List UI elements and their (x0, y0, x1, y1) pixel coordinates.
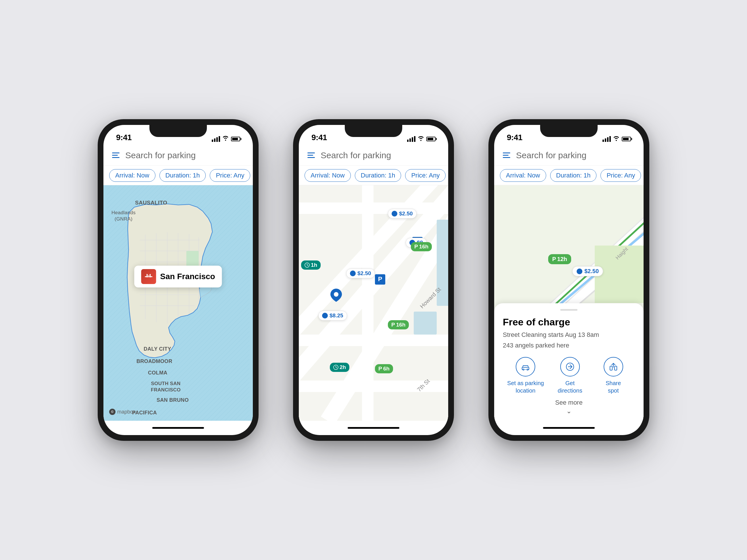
city-sanbruno: SAN BRUNO (157, 397, 189, 403)
menu-icon-1[interactable] (112, 153, 120, 158)
sheet-title: Free of charge (503, 317, 635, 328)
search-input-1[interactable]: Search for parking (125, 151, 196, 160)
page-container: 9:41 (0, 0, 747, 560)
phone-2: 9:41 (293, 119, 454, 441)
home-bar-3 (494, 421, 644, 435)
price-badge-4[interactable]: $8.25 (318, 311, 347, 320)
get-directions-action[interactable]: Getdirections (553, 357, 587, 394)
home-bar-2 (299, 421, 448, 435)
battery-icon-3 (622, 137, 631, 141)
map-2[interactable]: Howard St 7th St P P $2.50 (299, 185, 448, 421)
get-directions-label: Getdirections (558, 379, 583, 394)
svg-text:P: P (378, 275, 382, 283)
notch-1 (149, 125, 207, 137)
phone-1: 9:41 (98, 119, 259, 441)
price-badge-close[interactable]: $2.50 (572, 266, 603, 276)
signal-icon-3 (602, 136, 611, 142)
svg-rect-62 (610, 366, 612, 370)
notch-3 (540, 125, 598, 137)
filter-price-2[interactable]: Price: Any (405, 169, 446, 182)
status-time-2: 9:41 (311, 133, 327, 142)
sheet-subtitle-1: Street Cleaning starts Aug 13 8am (503, 330, 635, 340)
parking-badge-16h-1[interactable]: P16h (411, 242, 432, 251)
svg-rect-63 (615, 366, 617, 370)
filter-arrival-2[interactable]: Arrival: Now (305, 169, 351, 182)
home-bar-line-1 (152, 427, 204, 429)
bridge-icon (141, 269, 156, 284)
signal-icon-1 (212, 136, 220, 142)
map-3[interactable]: Haight P12h $2.50 Free of charge Street … (494, 185, 644, 421)
parking-badge-16h-2[interactable]: P16h (388, 320, 409, 329)
filter-arrival-1[interactable]: Arrival: Now (109, 169, 155, 182)
sf-callout: San Francisco (134, 266, 222, 288)
set-parking-action[interactable]: Set as parkinglocation (507, 357, 544, 394)
wifi-icon-2 (418, 136, 424, 142)
directions-icon (560, 357, 580, 376)
parking-badge-6h[interactable]: P6h (375, 364, 393, 373)
see-more-label: See more (555, 399, 583, 406)
city-southsf: SOUTH SANFRANCISCO (151, 380, 181, 393)
home-bar-line-3 (543, 427, 595, 429)
search-bar-1[interactable]: Search for parking (103, 145, 253, 166)
mapbox-text: mapbox (117, 409, 136, 415)
status-icons-2 (407, 136, 436, 142)
search-bar-2[interactable]: Search for parking (299, 145, 448, 166)
price-badge-3[interactable]: $2.50 (346, 268, 375, 278)
svg-rect-33 (414, 312, 437, 335)
sheet-subtitle-2: 243 angels parked here (503, 341, 635, 350)
signal-icon-2 (407, 136, 415, 142)
chevron-down-icon: ⌄ (566, 407, 571, 415)
price-badge-1[interactable]: $2.50 (388, 209, 417, 218)
city-pacifica: PACIFICA (132, 410, 157, 416)
status-time-3: 9:41 (507, 133, 522, 142)
parking-badge-2h[interactable]: 2h (330, 363, 350, 372)
menu-icon-3[interactable] (503, 153, 510, 158)
city-broadmoor: BROADMOOR (136, 358, 172, 365)
sheet-actions: Set as parkinglocation Get (503, 357, 635, 394)
map-1[interactable]: SAUSALITO Headlands(GNRA) San Francisco … (103, 185, 253, 421)
share-spot-label: Sharespot (606, 379, 621, 394)
sheet-handle (560, 309, 577, 311)
battery-icon-1 (231, 137, 240, 141)
car-icon (516, 357, 535, 376)
filter-bar-3: Arrival: Now Duration: 1h Price: Any Typ (494, 166, 644, 185)
city-colma: COLMA (148, 370, 168, 376)
location-pin[interactable] (330, 289, 342, 303)
menu-icon-2[interactable] (307, 153, 315, 158)
share-spot-action[interactable]: Sharespot (596, 357, 630, 394)
filter-arrival-3[interactable]: Arrival: Now (500, 169, 546, 182)
filter-duration-3[interactable]: Duration: 1h (550, 169, 597, 182)
battery-icon-2 (427, 137, 436, 141)
svg-line-45 (307, 265, 308, 266)
parking-badge-12h[interactable]: P12h (548, 254, 571, 264)
share-icon (603, 357, 623, 376)
see-more-button[interactable]: See more ⌄ (503, 399, 635, 418)
search-input-2[interactable]: Search for parking (320, 151, 391, 160)
filter-price-3[interactable]: Price: Any (600, 169, 641, 182)
status-time-1: 9:41 (116, 133, 132, 142)
home-bar-1 (103, 421, 253, 435)
svg-rect-31 (362, 185, 374, 421)
svg-rect-59 (523, 370, 528, 370)
city-headlands: Headlands(GNRA) (111, 210, 136, 222)
set-parking-label: Set as parkinglocation (507, 379, 544, 394)
city-daly: DALY CITY (144, 346, 171, 352)
city-sausalito: SAUSALITO (135, 199, 167, 206)
search-bar-3[interactable]: Search for parking (494, 145, 644, 166)
phone-3: 9:41 (488, 119, 649, 441)
parking-badge-1h[interactable]: 1h (301, 261, 320, 270)
wifi-icon-3 (613, 136, 619, 142)
svg-point-46 (334, 292, 338, 297)
filter-bar-1: Arrival: Now Duration: 1h Price: Any Typ (103, 166, 253, 185)
svg-rect-16 (186, 251, 199, 267)
bottom-sheet: Free of charge Street Cleaning starts Au… (494, 303, 644, 421)
filter-duration-2[interactable]: Duration: 1h (355, 169, 402, 182)
filter-price-1[interactable]: Price: Any (210, 169, 250, 182)
status-icons-1 (212, 136, 240, 142)
filter-duration-1[interactable]: Duration: 1h (159, 169, 206, 182)
sf-label-text: San Francisco (160, 272, 215, 281)
status-icons-3 (602, 136, 631, 142)
svg-rect-18 (145, 276, 152, 277)
search-input-3[interactable]: Search for parking (516, 151, 586, 160)
mapbox-attribution: © mapbox (109, 409, 136, 415)
